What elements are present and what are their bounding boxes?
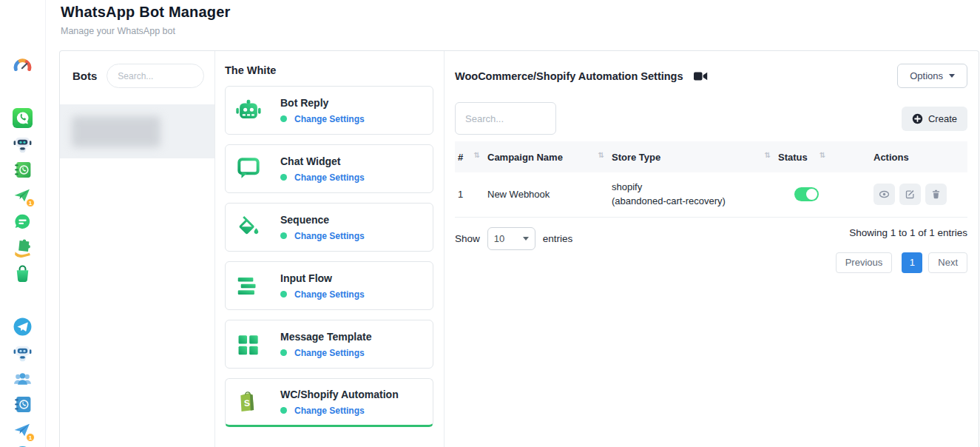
- telegram-broadcast-icon[interactable]: 1: [13, 420, 33, 440]
- notification-badge: 1: [26, 198, 35, 207]
- live-chat-icon[interactable]: [13, 212, 33, 232]
- status-dot: [280, 115, 287, 122]
- module-label: Input Flow: [280, 272, 365, 284]
- input-flow-icon: [234, 272, 263, 300]
- change-settings-link[interactable]: Change Settings: [294, 172, 365, 183]
- redacted-bot-name: [72, 116, 160, 147]
- status-dot: [280, 232, 287, 239]
- svg-text:S: S: [243, 398, 250, 409]
- module-label: Bot Reply: [280, 97, 365, 109]
- change-settings-link[interactable]: Change Settings: [294, 114, 365, 124]
- view-button[interactable]: [873, 184, 895, 205]
- create-button[interactable]: Create: [902, 107, 967, 131]
- table-row: 1 New Webhook shopify (abandoned-cart-re…: [455, 172, 967, 217]
- telegram-bot-icon[interactable]: [13, 343, 33, 363]
- bots-panel-title: Bots: [72, 70, 97, 82]
- app-icon-rail: 1: [0, 0, 46, 447]
- sort-icon: [765, 152, 771, 159]
- show-label: Show: [455, 233, 480, 244]
- campaign-name-cell: New Webhook: [484, 172, 609, 217]
- pagination: Previous 1 Next: [836, 252, 967, 273]
- integrations-icon[interactable]: [13, 238, 33, 258]
- column-header-actions: Actions: [868, 141, 967, 172]
- table-search-input[interactable]: [455, 102, 556, 135]
- module-label: Message Template: [280, 331, 371, 343]
- module-label: Chat Widget: [280, 155, 365, 167]
- table-header-row: # Campaign Name Store Type Status: [455, 141, 967, 172]
- page-size-select[interactable]: 10: [487, 227, 535, 250]
- change-settings-link[interactable]: Change Settings: [294, 289, 365, 300]
- column-header-store-type[interactable]: Store Type: [609, 141, 775, 172]
- module-label: WC/Shopify Automation: [280, 389, 399, 400]
- whatsapp-icon[interactable]: [13, 108, 33, 128]
- change-settings-link[interactable]: Change Settings: [294, 406, 365, 416]
- column-header-status[interactable]: Status: [775, 141, 868, 172]
- column-header-index[interactable]: #: [455, 141, 484, 172]
- module-card-message-template[interactable]: Message Template Change Settings: [225, 320, 433, 369]
- options-button[interactable]: Options: [897, 64, 967, 88]
- module-label: Sequence: [280, 214, 365, 226]
- status-toggle[interactable]: [794, 187, 819, 201]
- sort-icon: [820, 152, 825, 159]
- entries-label: entries: [543, 233, 573, 244]
- change-settings-link[interactable]: Change Settings: [294, 348, 365, 358]
- module-card-wc-shopify-automation[interactable]: S WC/Shopify Automation Change Settings: [225, 378, 433, 427]
- bots-panel: Bots: [60, 51, 215, 447]
- dashboard-icon[interactable]: [13, 57, 33, 77]
- page-title: WhatsApp Bot Manager: [61, 4, 231, 21]
- automation-settings-panel: WooCommerce/Shopify Automation Settings …: [445, 51, 979, 447]
- change-settings-link[interactable]: Change Settings: [294, 231, 365, 241]
- telegram-groups-icon[interactable]: [13, 369, 33, 389]
- sort-icon: [598, 152, 604, 159]
- row-index: 1: [455, 172, 484, 217]
- bot-modules-panel: The White Bot Reply: [215, 51, 445, 447]
- settings-title: WooCommerce/Shopify Automation Settings: [455, 70, 683, 82]
- sequence-icon: [234, 213, 263, 241]
- whatsapp-contacts-icon[interactable]: [13, 160, 33, 180]
- bot-reply-icon: [234, 96, 263, 124]
- sort-icon: [474, 152, 480, 159]
- store-type-cell: shopify (abandoned-cart-recovery): [609, 172, 775, 217]
- entries-summary: Showing 1 to 1 of 1 entries: [849, 227, 967, 238]
- shopify-icon: S: [234, 388, 263, 416]
- video-tutorial-icon[interactable]: [694, 71, 708, 81]
- status-dot: [280, 407, 287, 414]
- status-dot: [280, 291, 287, 298]
- module-card-bot-reply[interactable]: Bot Reply Change Settings: [225, 86, 433, 135]
- bot-list-item[interactable]: [60, 104, 214, 158]
- message-template-icon: [234, 330, 263, 358]
- store-icon[interactable]: [13, 263, 33, 283]
- chat-widget-icon: [234, 155, 263, 183]
- previous-page-button[interactable]: Previous: [836, 252, 893, 273]
- current-page-button[interactable]: 1: [902, 252, 922, 273]
- chevron-down-icon: [949, 74, 955, 78]
- page-header: WhatsApp Bot Manager Manage your WhatsAp…: [61, 4, 231, 36]
- bot-name: The White: [225, 64, 433, 76]
- edit-button[interactable]: [899, 184, 921, 205]
- notification-badge: 1: [26, 433, 35, 442]
- status-dot: [280, 349, 287, 356]
- delete-button[interactable]: [925, 184, 947, 205]
- automation-table: # Campaign Name Store Type Status: [455, 141, 967, 218]
- whatsapp-bot-icon[interactable]: [13, 134, 33, 154]
- main-card: Bots The White: [59, 50, 979, 447]
- plus-circle-icon: [912, 113, 923, 124]
- edit-icon: [905, 189, 916, 200]
- page-subtitle: Manage your WhatsApp bot: [61, 26, 231, 36]
- trash-icon: [930, 189, 942, 200]
- toggle-knob: [806, 189, 817, 200]
- eye-icon: [879, 189, 890, 200]
- bots-search-input[interactable]: [107, 64, 204, 88]
- telegram-icon[interactable]: [13, 317, 33, 337]
- status-dot: [280, 174, 287, 181]
- module-card-sequence[interactable]: Sequence Change Settings: [225, 203, 433, 252]
- next-page-button[interactable]: Next: [928, 252, 967, 273]
- telegram-contacts-icon[interactable]: [13, 394, 33, 414]
- column-header-campaign-name[interactable]: Campaign Name: [484, 141, 609, 172]
- whatsapp-broadcast-icon[interactable]: 1: [13, 186, 33, 206]
- module-card-input-flow[interactable]: Input Flow Change Settings: [225, 261, 433, 310]
- module-card-chat-widget[interactable]: Chat Widget Change Settings: [225, 144, 433, 193]
